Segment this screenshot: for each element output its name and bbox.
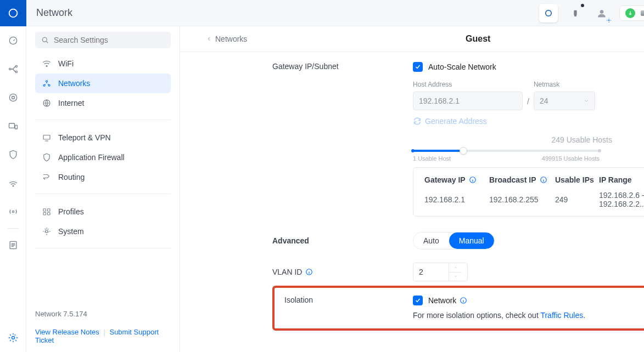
auto-scale-label: Auto-Scale Network — [428, 63, 496, 71]
gateway-ip-label: Gateway IP/Subnet — [272, 62, 413, 162]
toggle-auto[interactable]: Auto — [413, 232, 449, 249]
device-selector[interactable]: Togepi — [619, 5, 644, 21]
sidebar-item-application-firewall[interactable]: Application Firewall — [35, 147, 171, 167]
vlan-step-down[interactable] — [449, 272, 462, 281]
routing-icon — [42, 172, 52, 182]
sidebar-item-networks[interactable]: Networks — [35, 73, 171, 93]
page-title: Network — [36, 7, 72, 19]
rail-wifi-insights-icon[interactable] — [0, 169, 26, 197]
sidebar-item-wifi[interactable]: WiFi — [35, 54, 171, 73]
svg-point-9 — [13, 185, 14, 186]
slider-thumb[interactable] — [460, 147, 467, 155]
vlan-id-input-wrap[interactable] — [413, 263, 468, 281]
sidebar-item-teleport-vpn[interactable]: Teleport & VPN — [35, 128, 171, 147]
info-icon[interactable] — [469, 176, 477, 184]
release-notes-link[interactable]: View Release Notes — [35, 328, 99, 336]
info-icon[interactable] — [305, 268, 313, 276]
wifi-icon — [42, 59, 52, 69]
sidebar-item-profiles[interactable]: Profiles — [35, 202, 171, 222]
rail-security-icon[interactable] — [0, 140, 26, 169]
device-thumbnail — [641, 10, 644, 16]
svg-point-30 — [46, 230, 48, 233]
rail-unifi-icon[interactable] — [0, 83, 26, 112]
user-manage-icon[interactable] — [593, 4, 611, 22]
rail-devices-icon[interactable] — [0, 112, 26, 140]
teleport-icon — [42, 133, 52, 143]
refresh-icon — [413, 117, 422, 126]
app-switcher-icon[interactable] — [539, 4, 558, 22]
svg-rect-14 — [574, 10, 576, 15]
search-input[interactable] — [54, 36, 165, 44]
advanced-toggle[interactable]: Auto Manual — [413, 232, 495, 249]
generate-address-button: Generate Address — [413, 117, 644, 126]
svg-point-17 — [608, 19, 609, 21]
toggle-manual[interactable]: Manual — [449, 232, 494, 249]
chevron-down-icon — [453, 275, 458, 278]
rail-dashboard-icon[interactable] — [0, 26, 26, 55]
shield-icon — [42, 152, 52, 162]
sidebar-item-label: Routing — [58, 173, 85, 181]
status-online-icon — [625, 8, 635, 18]
profiles-icon — [42, 207, 52, 217]
svg-rect-15 — [574, 15, 576, 16]
back-label: Networks — [215, 35, 247, 43]
logo-icon[interactable] — [0, 0, 26, 26]
main-panel: Networks Guest Gateway IP/Subnet — [180, 26, 644, 352]
svg-point-16 — [600, 10, 603, 14]
svg-point-13 — [545, 10, 551, 16]
traffic-rules-link[interactable]: Traffic Rules — [540, 311, 583, 320]
rail-topology-icon[interactable] — [0, 55, 26, 83]
info-icon[interactable] — [460, 297, 467, 304]
sidebar-item-label: Teleport & VPN — [58, 133, 111, 142]
svg-rect-27 — [48, 209, 51, 212]
svg-point-10 — [12, 211, 14, 212]
netmask-select: 24 — [534, 92, 595, 110]
rail-settings-icon[interactable] — [0, 323, 26, 352]
info-icon[interactable] — [540, 176, 547, 184]
vlan-id-input[interactable] — [413, 263, 449, 281]
vlan-step-up[interactable] — [449, 263, 462, 272]
th-range: IP Range — [599, 175, 632, 184]
panel-title: Guest — [206, 34, 644, 44]
svg-point-20 — [46, 66, 47, 67]
networks-icon — [42, 78, 52, 88]
advanced-label: Advanced — [272, 236, 413, 245]
hosts-slider[interactable] — [413, 150, 600, 152]
notifications-icon[interactable] — [567, 4, 584, 22]
isolation-hint: For more isolation options, check out Tr… — [413, 311, 644, 320]
svg-point-6 — [12, 96, 14, 99]
svg-rect-28 — [43, 213, 46, 215]
svg-rect-25 — [43, 135, 50, 140]
sidebar-item-label: Internet — [58, 99, 84, 107]
svg-point-23 — [46, 81, 48, 82]
isolation-network-checkbox[interactable] — [413, 296, 423, 305]
sidebar-item-system[interactable]: System — [35, 222, 171, 241]
sidebar-item-routing[interactable]: Routing — [35, 167, 171, 187]
svg-point-4 — [15, 71, 17, 72]
notification-badge — [581, 4, 584, 7]
svg-point-0 — [9, 9, 17, 18]
auto-scale-checkbox[interactable] — [413, 62, 423, 72]
topbar: Network Togepi — [26, 0, 644, 26]
search-input-wrap[interactable] — [35, 32, 171, 48]
sidebar-item-internet[interactable]: Internet — [35, 93, 171, 113]
chevron-up-icon — [453, 266, 458, 269]
chevron-down-icon — [584, 98, 589, 104]
chevron-left-icon — [206, 36, 212, 42]
sidebar-item-label: WiFi — [58, 59, 74, 68]
vlan-id-label: VLAN ID — [272, 268, 302, 276]
slider-max-label: 499915 Usable Hosts — [542, 155, 600, 162]
svg-rect-26 — [43, 209, 46, 212]
svg-rect-29 — [48, 213, 51, 215]
th-broadcast: Broadcast IP — [489, 175, 536, 184]
sidebar-item-label: Profiles — [58, 207, 84, 216]
search-icon — [41, 36, 49, 44]
settings-sidebar: WiFi Networks Internet Teleport — [26, 26, 180, 352]
sidebar-item-label: System — [58, 227, 84, 236]
host-address-label: Host Address — [413, 81, 523, 88]
rail-logs-icon[interactable] — [0, 231, 26, 259]
icon-rail — [0, 0, 26, 352]
back-button[interactable]: Networks — [206, 35, 247, 43]
svg-rect-7 — [9, 123, 14, 128]
rail-radios-icon[interactable] — [0, 197, 26, 226]
